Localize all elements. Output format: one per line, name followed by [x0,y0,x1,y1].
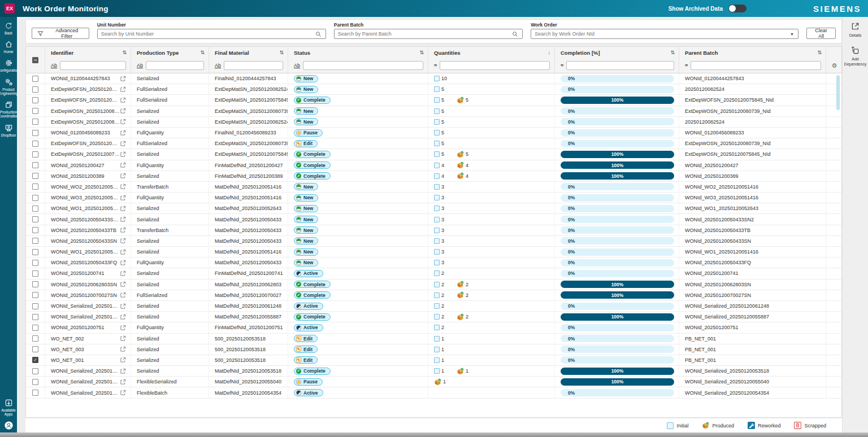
row-select-checkbox[interactable] [32,303,38,309]
sidebar-item-available-apps[interactable]: Available Apps [0,399,17,416]
row-select-checkbox[interactable] [32,357,38,363]
table-row[interactable]: WONId_20250120050433SN2SerializedMatDefN… [26,214,841,225]
filter-input-quantities[interactable] [440,61,550,70]
row-select-checkbox[interactable] [32,249,38,255]
row-select-checkbox[interactable] [32,86,38,93]
table-row[interactable]: ExtDepWOFSN_20250120082...FullSerialized… [26,84,841,95]
table-row[interactable]: WONId_202501200389SerializedFinMatDefNId… [26,171,841,182]
row-select-checkbox[interactable] [32,206,38,212]
sort-both-icon[interactable]: ⇅ [670,50,675,55]
row-select-checkbox[interactable] [32,227,38,233]
table-row[interactable]: WONId_01200444257843SerializedFinalNId_0… [26,73,841,84]
row-select-checkbox[interactable] [32,162,38,168]
table-row[interactable]: WO_NET_003Serialized500_20250120053518Ed… [26,344,841,355]
table-row[interactable]: WONId_Serialized_20250120...SerializedMa… [26,312,841,322]
open-work-order-icon[interactable] [120,216,126,222]
table-row[interactable]: ExtDepWOSN_20250120075...SerializedExtDe… [26,149,841,160]
open-work-order-icon[interactable] [120,173,126,179]
sidebar-item-shopfloor[interactable]: Shopfloor [0,124,17,137]
table-row[interactable]: ExtDepWOFSN_20250120075...FullSerialized… [26,95,841,106]
open-work-order-icon[interactable] [120,325,126,331]
table-row[interactable]: WONId_01200456089233FullQuantityFinalNId… [26,128,841,138]
row-select-checkbox[interactable] [32,346,38,352]
open-work-order-icon[interactable] [120,162,126,168]
open-work-order-icon[interactable] [120,249,126,255]
table-row[interactable]: WONId_Serialized_20250120...FlexibleBatc… [26,387,841,398]
filter-input-status[interactable] [303,61,423,70]
table-row[interactable]: WONId_202501200751FullQuantityFinMatDefN… [26,322,841,333]
column-header-final-material[interactable]: Final Material⇅ [209,47,288,58]
unit-number-input[interactable] [98,31,315,37]
row-select-checkbox[interactable] [32,314,38,320]
row-select-checkbox[interactable] [32,119,38,125]
table-row[interactable]: WONId_Serialized_20250120...SerializedMa… [26,301,841,312]
column-header-quantities[interactable]: Quantities↓ [428,47,555,58]
sidebar-item-home[interactable]: Home [0,40,17,54]
table-row[interactable]: WONId_WO1_202501200514...SerializedMatDe… [26,247,841,257]
row-select-checkbox[interactable] [32,292,38,298]
open-work-order-icon[interactable] [120,238,126,244]
table-row[interactable]: WONId_20250120050433FQFullQuantityMatDef… [26,257,841,268]
column-header-identifier[interactable]: Identifier⇅ [45,47,131,58]
show-archived-toggle[interactable] [728,5,747,12]
open-work-order-icon[interactable] [120,292,126,298]
open-work-order-icon[interactable] [120,76,126,82]
open-work-order-icon[interactable] [120,97,126,103]
parent-batch-input[interactable] [335,31,512,37]
work-order-input[interactable] [531,31,790,37]
clear-all-button[interactable]: Clear All [806,28,836,39]
row-select-checkbox[interactable] [32,379,38,385]
table-row[interactable]: ExtDepWOSN_20250120082...SerializedExtDe… [26,117,841,128]
add-dependency-button[interactable]: Add Dependency [843,45,868,67]
table-row[interactable]: WONId_WO2_202501200514...TransferBatchMa… [26,182,841,193]
filter-input-completion[interactable] [566,61,674,70]
sort-desc-icon[interactable]: ↓ [548,50,551,55]
column-header-completion[interactable]: Completion [%]⇅ [555,47,679,58]
open-work-order-icon[interactable] [120,346,126,352]
select-all-checkbox[interactable] [32,57,38,63]
row-select-checkbox[interactable] [32,270,38,277]
table-row[interactable]: WONId_20250120050433TBTransferBatchMatDe… [26,225,841,236]
open-work-order-icon[interactable] [120,335,126,342]
table-row[interactable]: WONId_WO1_202501200526...SerializedMatDe… [26,203,841,214]
sidebar-item-production-coordination[interactable]: Production Coordination [0,100,17,118]
open-work-order-icon[interactable] [120,119,126,125]
filter-input-production-type[interactable] [146,61,204,70]
open-work-order-icon[interactable] [120,314,126,320]
open-work-order-icon[interactable] [120,260,126,266]
text-filter-icon[interactable]: Ab [294,63,300,68]
table-row[interactable]: WONId_WO3_202501200514...FullQuantityMat… [26,193,841,203]
open-work-order-icon[interactable] [120,227,126,233]
row-select-checkbox[interactable] [32,216,38,222]
open-work-order-icon[interactable] [120,206,126,212]
row-select-checkbox[interactable] [32,130,38,136]
row-select-checkbox[interactable] [32,260,38,266]
sort-both-icon[interactable]: ⇅ [817,50,822,55]
equals-filter-icon[interactable]: = [561,63,563,68]
row-select-checkbox[interactable] [32,195,38,201]
column-header-status[interactable]: Status⇅ [288,47,428,58]
table-row[interactable]: WONId_20250120070027SNFullSerializedMatD… [26,290,841,301]
column-header-parent-batch[interactable]: Parent Batch⇅ [679,47,826,58]
sidebar-item-user[interactable] [0,421,17,430]
open-work-order-icon[interactable] [120,281,126,287]
sort-both-icon[interactable]: ⇅ [200,50,205,55]
table-row[interactable]: WO_NET_001Serialized500_20250120053518Ed… [26,355,841,366]
open-work-order-icon[interactable] [120,183,126,190]
row-select-checkbox[interactable] [32,151,38,158]
row-select-checkbox[interactable] [32,183,38,190]
table-row[interactable]: WO_NET_002Serialized500_20250120053518Ed… [26,334,841,344]
table-row[interactable]: WONId_202501200741SerializedFinMatDefNId… [26,268,841,279]
table-row[interactable]: WONId_20250120062803SNSerializedMatDefNI… [26,279,841,290]
open-work-order-icon[interactable] [120,195,126,201]
sort-both-icon[interactable]: ⇅ [122,50,127,55]
text-filter-icon[interactable]: Ab [215,63,221,68]
column-settings-gear-icon[interactable]: ⚙ [832,62,837,69]
sidebar-item-configuration[interactable]: Configuration [0,59,17,72]
open-work-order-icon[interactable] [120,357,126,363]
open-work-order-icon[interactable] [120,86,126,93]
text-filter-icon[interactable]: Ab [51,63,57,68]
open-work-order-icon[interactable] [120,151,126,158]
row-select-checkbox[interactable] [32,141,38,147]
row-select-checkbox[interactable] [32,76,38,82]
